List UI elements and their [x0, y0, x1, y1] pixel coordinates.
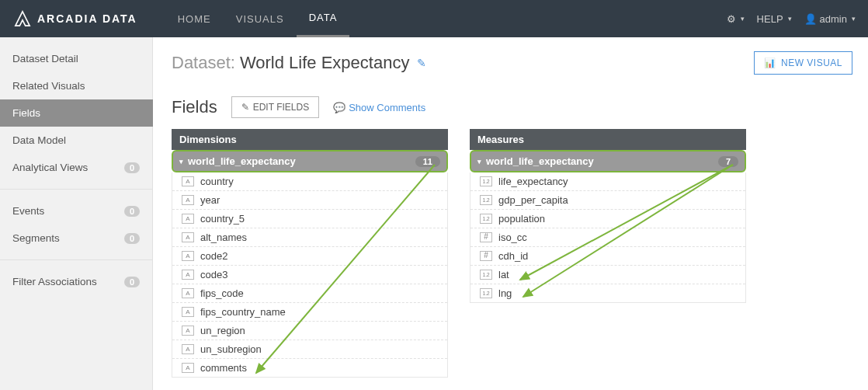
field-row[interactable]: Acountry_5	[172, 209, 447, 228]
text-type-icon: A	[182, 232, 194, 242]
sidebar-item-fields[interactable]: Fields	[0, 99, 153, 127]
user-icon: 👤	[804, 13, 817, 25]
brand-logo-icon	[14, 10, 31, 27]
sidebar-item-label: Events	[12, 205, 44, 217]
measures-group-header[interactable]: ▾ world_life_expectancy 7	[470, 150, 746, 172]
user-menu[interactable]: 👤 admin ▾	[804, 13, 856, 25]
decimal-type-icon: 1.2	[480, 270, 492, 280]
nav-home[interactable]: HOME	[165, 0, 224, 37]
measures-panel: Measures ▾ world_life_expectancy 7 1.2li…	[470, 129, 746, 378]
sidebar-item-filter-associations[interactable]: Filter Associations 0	[0, 268, 152, 295]
topbar: ARCADIA DATA HOME VISUALS DATA ⚙▾ HELP▾ …	[0, 0, 868, 37]
edit-dataset-icon[interactable]: ✎	[417, 57, 426, 69]
field-name: country	[200, 176, 234, 187]
field-name: code3	[200, 269, 227, 280]
field-name: life_expectancy	[498, 176, 568, 187]
field-name: country_5	[200, 213, 245, 225]
group-name: world_life_expectancy	[188, 155, 296, 167]
field-name: lat	[498, 269, 509, 280]
caret-down-icon: ▾	[788, 15, 792, 23]
dimensions-panel: Dimensions ▾ world_life_expectancy 11 Ac…	[172, 129, 448, 378]
text-type-icon: A	[182, 344, 194, 354]
count-badge: 0	[124, 162, 140, 173]
measures-header: Measures	[470, 129, 746, 150]
field-row[interactable]: 1.2gdp_per_capita	[470, 190, 745, 209]
field-row[interactable]: Aun_subregion	[172, 340, 447, 358]
top-nav: HOME VISUALS DATA	[165, 0, 350, 37]
field-name: fips_country_name	[200, 306, 286, 318]
nav-visuals[interactable]: VISUALS	[224, 0, 297, 37]
main-content: Dataset: World Life Expectancy ✎ 📊 NEW V…	[153, 37, 868, 390]
field-row[interactable]: Aalt_names	[172, 228, 447, 246]
field-row[interactable]: Afips_code	[172, 284, 447, 302]
text-type-icon: A	[182, 214, 194, 224]
gear-icon: ⚙	[727, 13, 736, 25]
user-label: admin	[820, 13, 847, 25]
field-row[interactable]: 1.2life_expectancy	[470, 172, 745, 190]
sidebar-item-label: Segments	[12, 232, 60, 244]
topbar-right: ⚙▾ HELP▾ 👤 admin ▾	[727, 13, 856, 25]
text-type-icon: A	[182, 195, 194, 205]
collapse-icon: ▾	[179, 158, 183, 165]
field-row[interactable]: Afips_country_name	[172, 302, 447, 321]
sidebar-item-events[interactable]: Events 0	[0, 197, 152, 225]
field-row[interactable]: #iso_cc	[470, 228, 745, 246]
field-row[interactable]: 1.2population	[470, 209, 745, 228]
field-row[interactable]: Acode2	[172, 246, 447, 265]
comment-icon: 💬	[333, 102, 345, 113]
new-visual-label: NEW VISUAL	[781, 57, 842, 68]
count-badge: 0	[124, 277, 140, 287]
text-type-icon: A	[182, 363, 194, 373]
field-row[interactable]: 1.2lat	[470, 265, 745, 284]
sidebar-item-data-model[interactable]: Data Model	[0, 127, 152, 154]
show-comments-label: Show Comments	[349, 102, 425, 113]
count-badge: 0	[124, 206, 140, 217]
decimal-type-icon: 1.2	[480, 195, 492, 205]
field-row[interactable]: 1.2lng	[470, 284, 745, 302]
nav-data[interactable]: DATA	[297, 0, 350, 37]
field-row[interactable]: Acountry	[172, 172, 447, 190]
help-menu[interactable]: HELP▾	[757, 13, 792, 25]
field-name: gdp_per_capita	[498, 194, 568, 206]
edit-fields-button[interactable]: ✎ EDIT FIELDS	[231, 96, 319, 118]
collapse-icon: ▾	[477, 158, 481, 165]
field-name: iso_cc	[498, 232, 527, 243]
field-panels: Dimensions ▾ world_life_expectancy 11 Ac…	[172, 129, 852, 378]
field-name: year	[200, 194, 220, 206]
field-name: lng	[498, 287, 512, 299]
settings-menu[interactable]: ⚙▾	[727, 13, 745, 25]
sidebar-item-label: Dataset Detail	[12, 53, 78, 64]
edit-fields-label: EDIT FIELDS	[253, 102, 309, 113]
field-row[interactable]: Acomments	[172, 358, 447, 377]
caret-down-icon: ▾	[741, 15, 745, 23]
new-visual-button[interactable]: 📊 NEW VISUAL	[754, 51, 852, 75]
field-name: code2	[200, 250, 227, 262]
sidebar-item-dataset-detail[interactable]: Dataset Detail	[0, 45, 152, 72]
sidebar-item-label: Filter Associations	[12, 276, 97, 287]
field-row[interactable]: #cdh_id	[470, 246, 745, 265]
field-name: un_region	[200, 325, 245, 336]
sidebar-item-segments[interactable]: Segments 0	[0, 225, 152, 252]
integer-type-icon: #	[480, 251, 492, 261]
sidebar-item-label: Data Model	[12, 134, 66, 146]
dimensions-group-header[interactable]: ▾ world_life_expectancy 11	[172, 150, 448, 172]
sidebar-item-label: Related Visuals	[12, 80, 85, 92]
group-name: world_life_expectancy	[486, 155, 594, 167]
sidebar: Dataset Detail Related Visuals Fields Da…	[0, 37, 153, 390]
text-type-icon: A	[182, 251, 194, 261]
field-name: alt_names	[200, 232, 247, 243]
sidebar-item-label: Fields	[12, 107, 40, 119]
decimal-type-icon: 1.2	[480, 214, 492, 224]
integer-type-icon: #	[480, 232, 492, 242]
dimensions-header: Dimensions	[172, 129, 448, 150]
field-row[interactable]: Aun_region	[172, 321, 447, 340]
field-count-badge: 7	[718, 156, 738, 167]
field-row[interactable]: Ayear	[172, 190, 447, 209]
field-name: population	[498, 213, 545, 225]
sidebar-item-related-visuals[interactable]: Related Visuals	[0, 72, 152, 99]
caret-down-icon: ▾	[852, 15, 856, 23]
show-comments-link[interactable]: 💬 Show Comments	[333, 102, 425, 113]
fields-title: Fields	[172, 97, 217, 117]
sidebar-item-analytical-views[interactable]: Analytical Views 0	[0, 154, 152, 181]
field-row[interactable]: Acode3	[172, 265, 447, 284]
